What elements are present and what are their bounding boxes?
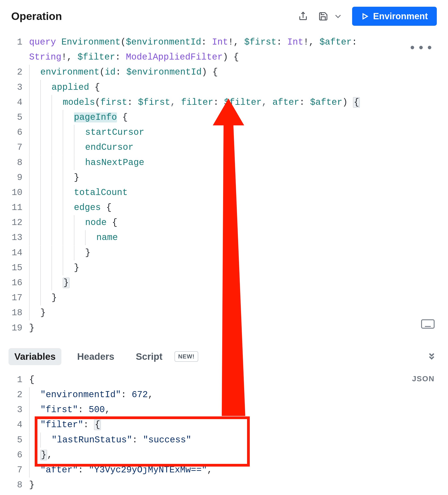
line-number: 12 [4,215,29,230]
line-number: 17 [4,290,29,305]
code-content: }, [29,448,52,463]
run-button-label: Environment [373,11,428,21]
line-number: 6 [4,125,29,140]
code-line: 2"environmentId": 672, [4,387,437,402]
line-number: 8 [4,478,29,493]
code-content: "filter": { [29,417,101,432]
code-line: 3applied { [4,80,437,95]
code-line: 6}, [4,448,437,463]
save-icon[interactable] [317,10,329,22]
code-line: 6startCursor [4,125,437,140]
code-content: String!, $filter: ModelAppliedFilter) { [29,50,239,65]
code-line: 5"lastRunStatus": "success" [4,433,437,448]
code-line: 17} [4,290,437,305]
operation-editor[interactable]: 1query Environment($environmentId: Int!,… [0,30,448,342]
line-number: 2 [4,387,29,402]
code-content: } [29,290,57,305]
line-number: 4 [4,417,29,432]
line-number: 9 [4,170,29,185]
code-content: totalCount [29,185,128,200]
line-number: 19 [4,321,29,336]
line-number: 10 [4,185,29,200]
code-line: 18} [4,305,437,320]
run-button[interactable]: Environment [352,7,437,26]
line-number: 1 [4,35,29,50]
code-line: 2environment(id: $environmentId) { [4,65,437,80]
code-content: { [29,372,34,387]
code-content: hasNextPage [29,155,144,170]
code-content: name [29,230,118,245]
collapse-icon[interactable] [426,351,437,362]
code-line: 8} [4,478,437,493]
header: Operation Environment [0,0,448,30]
code-content: endCursor [29,140,134,155]
code-line: 3"first": 500, [4,402,437,417]
share-icon[interactable] [297,10,309,22]
code-line: String!, $filter: ModelAppliedFilter) { [4,50,437,65]
page-title: Operation [11,10,62,22]
code-line: 8hasNextPage [4,155,437,170]
code-content: edges { [29,200,112,215]
variables-editor[interactable]: JSON 1{2"environmentId": 672,3"first": 5… [0,370,448,495]
code-line: 12node { [4,215,437,230]
line-number: 6 [4,448,29,463]
line-number: 16 [4,275,29,290]
code-content: } [29,170,79,185]
line-number: 7 [4,463,29,478]
code-content: node { [29,215,117,230]
line-number: 18 [4,305,29,320]
more-icon[interactable]: ••• [409,38,434,59]
code-content: models(first: $first, filter: $filter, a… [29,95,360,110]
line-number: 5 [4,110,29,125]
line-number: 2 [4,65,29,80]
code-content: } [29,321,34,336]
tab-variables[interactable]: Variables [9,348,61,365]
line-number: 1 [4,372,29,387]
code-content: query Environment($environmentId: Int!, … [29,35,363,50]
code-line: 15} [4,260,437,275]
tab-script[interactable]: Script [130,348,168,365]
keyboard-icon[interactable] [421,319,434,334]
code-content: "first": 500, [29,402,110,417]
code-line: 1{ [4,372,437,387]
json-label: JSON [412,372,434,385]
code-content: pageInfo { [29,110,128,125]
line-number: 3 [4,402,29,417]
line-number: 15 [4,260,29,275]
code-line: 16} [4,275,437,290]
code-line: 11edges { [4,200,437,215]
header-actions: Environment [297,7,437,26]
line-number: 11 [4,200,29,215]
code-line: 9} [4,170,437,185]
code-line: 19} [4,321,437,336]
line-number: 5 [4,433,29,448]
code-content: } [29,245,90,260]
code-line: 4"filter": { [4,417,437,432]
line-number: 7 [4,140,29,155]
code-content: "after": "Y3Vyc29yOjMyNTExMw==", [29,463,212,478]
play-icon [361,13,369,20]
code-line: 4models(first: $first, filter: $filter, … [4,95,437,110]
chevron-down-icon[interactable] [332,10,344,22]
code-content: } [29,260,79,275]
line-number: 4 [4,95,29,110]
line-number: 14 [4,245,29,260]
code-content: environment(id: $environmentId) { [29,65,218,80]
code-line: 14} [4,245,437,260]
tabs: Variables Headers Script NEW! [0,342,448,370]
tab-headers[interactable]: Headers [71,348,120,365]
code-content: "lastRunStatus": "success" [29,433,191,448]
svg-marker-0 [363,14,367,19]
line-number: 8 [4,155,29,170]
code-line: 7endCursor [4,140,437,155]
code-content: } [29,478,34,493]
code-content: startCursor [29,125,144,140]
code-line: 5pageInfo { [4,110,437,125]
code-content: "environmentId": 672, [29,387,153,402]
code-line: 7"after": "Y3Vyc29yOjMyNTExMw==", [4,463,437,478]
code-content: applied { [29,80,100,95]
code-line: 13name [4,230,437,245]
line-number: 3 [4,80,29,95]
new-badge: NEW! [174,351,198,362]
line-number: 13 [4,230,29,245]
